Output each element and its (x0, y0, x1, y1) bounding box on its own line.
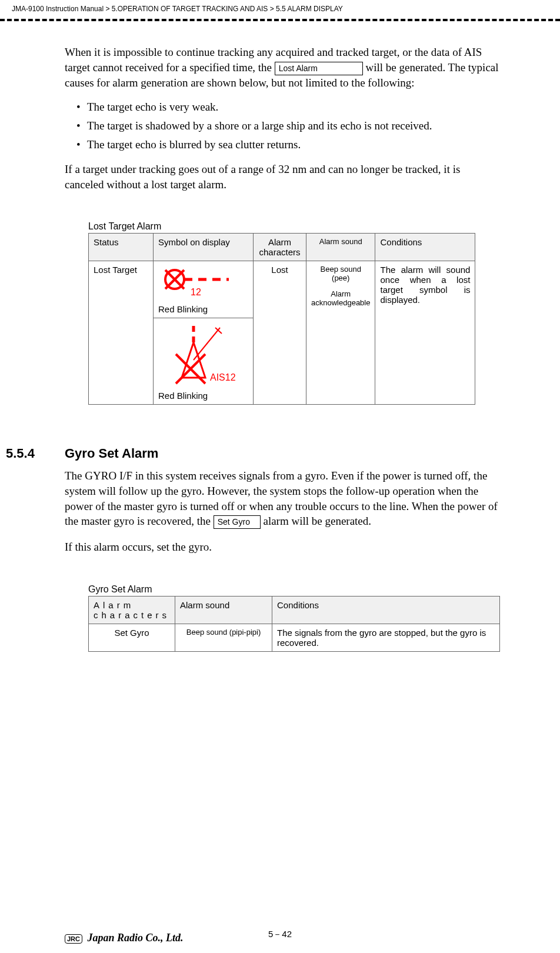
gyro-set-table: Alarm characters Alarm sound Conditions … (88, 596, 500, 652)
lost-target-table: Status Symbol on display Alarm character… (88, 233, 475, 405)
col-symbol: Symbol on display (154, 234, 254, 261)
breadcrumb: JMA-9100 Instruction Manual > 5.OPERATIO… (12, 5, 343, 13)
col-conditions: Conditions (272, 596, 500, 624)
table-caption: Lost Target Alarm (88, 221, 501, 232)
cell-symbol-1: 12 Red Blinking (154, 261, 254, 318)
col-alarm-chars: Alarm characters (254, 234, 306, 261)
lost-ais-symbol-icon: AIS12 (158, 322, 248, 388)
paragraph-gyro-2: If this alarm occurs, set the gyro. (65, 539, 501, 555)
bullet-list: The target echo is very weak. The target… (76, 101, 501, 151)
lost-alarm-label-box: Lost Alarm (275, 62, 363, 75)
paragraph-intro: When it is impossible to continue tracki… (65, 45, 501, 90)
table-header-row: Status Symbol on display Alarm character… (89, 234, 475, 261)
sound-text-1: Beep sound (pee) (311, 265, 370, 282)
col-conditions: Conditions (375, 234, 475, 261)
sound-text-2: Alarm acknowledgeable (311, 289, 370, 307)
blink-label: Red Blinking (158, 391, 248, 401)
col-status: Status (89, 234, 154, 261)
symbol-number: AIS12 (210, 372, 236, 382)
section-heading: 5.5.4 Gyro Set Alarm (6, 446, 501, 461)
col-alarm-sound: Alarm sound (306, 234, 375, 261)
svg-line-6 (194, 328, 220, 360)
set-gyro-label-box: Set Gyro (214, 515, 261, 529)
section-title: Gyro Set Alarm (65, 446, 158, 461)
text: alarm will be generated. (263, 515, 371, 527)
cell-conditions: The alarm will sound once when a lost ta… (375, 261, 475, 405)
symbol-number: 12 (191, 287, 201, 297)
table-header-row: Alarm characters Alarm sound Conditions (89, 596, 500, 624)
section-number: 5.5.4 (6, 446, 65, 461)
page-header: JMA-9100 Instruction Manual > 5.OPERATIO… (0, 0, 560, 13)
table-row: Set Gyro Beep sound (pipi-pipi) The sign… (89, 624, 500, 651)
main-content: When it is impossible to continue tracki… (0, 45, 560, 652)
blink-label: Red Blinking (158, 304, 248, 314)
table-row: Lost Target 12 Red Blinking Lost Beep so… (89, 261, 475, 318)
cell-conditions: The signals from the gyro are stopped, b… (272, 624, 500, 651)
list-item: The target is shadowed by a shore or a l… (76, 119, 501, 132)
cell-symbol-2: AIS12 Red Blinking (154, 318, 254, 405)
page-number: 5－42 (0, 929, 560, 940)
col-alarm-chars: Alarm characters (89, 596, 175, 624)
cell-alarm-sound: Beep sound (pee) Alarm acknowledgeable (306, 261, 375, 405)
list-item: The target echo is very weak. (76, 101, 501, 114)
lost-target-symbol-icon: 12 (158, 265, 248, 302)
table-caption: Gyro Set Alarm (88, 584, 501, 595)
divider (0, 19, 560, 21)
cell-alarm-chars: Lost (254, 261, 306, 405)
list-item: The target echo is blurred by sea clutte… (76, 138, 501, 151)
paragraph-gyro: The GYRO I/F in this system receives sig… (65, 468, 501, 529)
text: Alarm characters (94, 600, 170, 620)
cell-status: Lost Target (89, 261, 154, 405)
paragraph-range: If a target under tracking goes out of a… (65, 162, 501, 192)
cell-alarm-sound: Beep sound (pipi-pipi) (175, 624, 272, 651)
col-alarm-sound: Alarm sound (175, 596, 272, 624)
cell-alarm-chars: Set Gyro (89, 624, 175, 651)
